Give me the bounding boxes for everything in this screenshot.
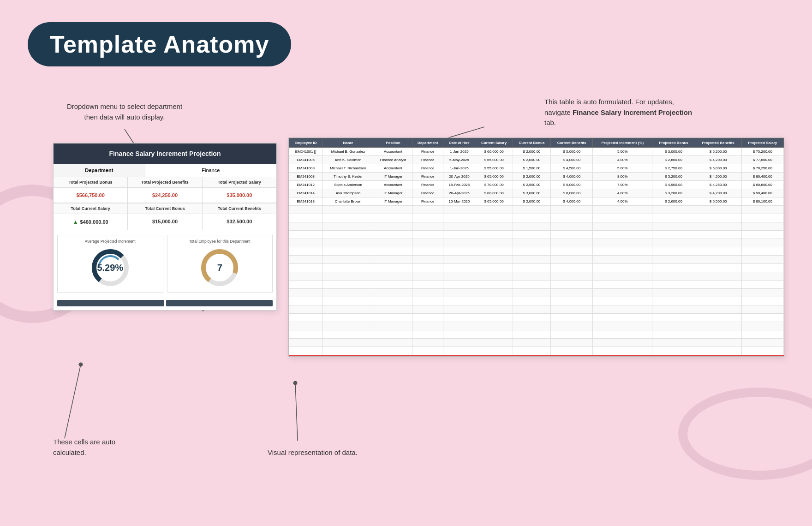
current-headers-row: Total Current Salary Total Current Bonus… [54, 203, 276, 214]
cell-0-5: $ 60,000.00 [475, 148, 513, 156]
cell-2-8: 5.00% [593, 164, 652, 173]
cell-3-5: $ 65,000.00 [475, 173, 513, 181]
proj-bonus-value: $566,750.00 [54, 188, 128, 203]
cell-1-3: Finance [412, 156, 443, 164]
table-empty-row [289, 222, 784, 231]
cell-5-4: 20-Apr-2025 [443, 189, 475, 197]
chart1-value: 5.29% [97, 263, 123, 273]
col-projected-bonus: Projected Bonus [652, 138, 695, 148]
table-header-row: Employee ID Name Position Department Dat… [289, 138, 784, 148]
cell-1-1: Ann K. Solomon [322, 156, 374, 164]
cell-6-11: $ 80,100.00 [741, 197, 783, 206]
col-projected-increment: Projected Increment (%) [593, 138, 652, 148]
col-current-salary: Current Salary [475, 138, 513, 148]
cell-0-8: 5.00% [593, 148, 652, 156]
cell-3-6: $ 2,000.00 [513, 173, 550, 181]
donut-chart-2: 7 [199, 247, 240, 288]
cell-5-1: Ava Thompson [322, 189, 374, 197]
cell-0-10: $ 5,200.00 [695, 148, 741, 156]
table-row: EM241001 []Michael B. GonzalezAccountant… [289, 148, 784, 156]
table-empty-row [289, 305, 784, 314]
cell-0-4: 1-Jan-2025 [443, 148, 475, 156]
cell-4-9: $ 4,900.00 [652, 181, 695, 189]
cell-5-8: 4.00% [593, 189, 652, 197]
cell-2-7: $ 4,500.00 [551, 164, 593, 173]
bottom-bar-2 [166, 300, 273, 306]
cell-0-3: Finance [412, 148, 443, 156]
proj-benefits-value: $24,250.00 [128, 188, 202, 203]
cell-6-9: $ 2,600.00 [652, 197, 695, 206]
cell-4-5: $ 70,000.00 [475, 181, 513, 189]
cell-1-6: $ 2,000.00 [513, 156, 550, 164]
cell-1-5: $ 65,000.00 [475, 156, 513, 164]
cell-3-9: $ 5,200.00 [652, 173, 695, 181]
proj-benefits-header: Total Projected Benefits [128, 177, 202, 187]
curr-bonus-header: Total Current Bonus [128, 203, 202, 214]
cell-3-2: IT Manager [374, 173, 412, 181]
left-preview-card: Finance Salary Increment Projection Depa… [53, 143, 277, 311]
annotation-bottom-right: Visual representation of data. [268, 448, 388, 458]
cell-0-11: $ 75,200.00 [741, 148, 783, 156]
donut-chart-1: 5.29% [90, 247, 131, 288]
cell-3-8: 8.00% [593, 173, 652, 181]
table-empty-row [289, 231, 784, 239]
table-row: EM241012Sophia AndersonAccountantFinance… [289, 181, 784, 189]
proj-salary-header: Total Projected Salary [203, 177, 276, 187]
table-empty-row [289, 322, 784, 330]
cell-4-6: $ 2,500.00 [513, 181, 550, 189]
svg-line-3 [65, 365, 81, 438]
curr-benefits-header: Total Current Benefits [203, 203, 276, 214]
table-empty-row [289, 272, 784, 281]
chart1-label: Average Projected Increment [85, 239, 136, 244]
dept-value: Finance [145, 164, 276, 177]
cell-2-2: Accountant [374, 164, 412, 173]
cell-3-1: Timothy S. Kesler [322, 173, 374, 181]
cell-2-1: Michael T. Richardson [322, 164, 374, 173]
curr-salary-value: ▲ $460,000.00 [54, 214, 128, 230]
dept-label: Department [54, 164, 145, 177]
cell-3-10: $ 4,200.00 [695, 173, 741, 181]
annotation-bottom-left: These cells are auto calculated. [53, 437, 145, 458]
cell-4-8: 7.00% [593, 181, 652, 189]
cell-1-10: $ 4,200.00 [695, 156, 741, 164]
current-values-row: ▲ $460,000.00 $15,000.00 $32,500.00 [54, 214, 276, 230]
cell-5-9: $ 3,200.00 [652, 189, 695, 197]
cell-3-3: Finance [412, 173, 443, 181]
col-employee-id: Employee ID [289, 138, 322, 148]
cell-2-5: $ 55,000.00 [475, 164, 513, 173]
cell-5-5: $ 80,000.00 [475, 189, 513, 197]
cell-6-0: EM241018 [289, 197, 322, 206]
cell-4-0: EM241012 [289, 181, 322, 189]
cell-3-4: 20-Apr-2025 [443, 173, 475, 181]
cell-3-0: EM241008 [289, 173, 322, 181]
preview-header: Finance Salary Increment Projection [54, 143, 276, 164]
table-row: EM241018Charlotte BrownIT ManagerFinance… [289, 197, 784, 206]
table-row: EM241014Ava ThompsonIT ManagerFinance20-… [289, 189, 784, 197]
cell-4-2: Accountant [374, 181, 412, 189]
cell-6-8: 4.00% [593, 197, 652, 206]
projected-values-row: $566,750.00 $24,250.00 $35,000.00 [54, 187, 276, 203]
cell-1-7: $ 4,000.00 [551, 156, 593, 164]
cell-6-2: IT Manager [374, 197, 412, 206]
cell-0-9: $ 3,000.00 [652, 148, 695, 156]
cell-4-11: $ 80,600.00 [741, 181, 783, 189]
cell-5-0: EM241014 [289, 189, 322, 197]
table-empty-row [289, 297, 784, 305]
cell-5-11: $ 90,400.00 [741, 189, 783, 197]
cell-1-8: 4.00% [593, 156, 652, 164]
col-name: Name [322, 138, 374, 148]
dept-row: Department Finance [54, 164, 276, 177]
cell-6-1: Charlotte Brown [322, 197, 374, 206]
svg-line-4 [295, 383, 298, 441]
annotation-top-right: This table is auto formulated. For updat… [544, 97, 701, 128]
projected-stats: Total Projected Bonus Total Projected Be… [54, 177, 276, 203]
annotation-top-left: Dropdown menu to select department then … [65, 102, 185, 122]
current-stats: Total Current Salary Total Current Bonus… [54, 203, 276, 230]
cell-5-2: IT Manager [374, 189, 412, 197]
cell-4-7: $ 5,000.00 [551, 181, 593, 189]
cell-6-3: Finance [412, 197, 443, 206]
cell-0-2: Accountant [374, 148, 412, 156]
cell-0-7: $ 5,000.00 [551, 148, 593, 156]
chart-total-employees: Total Employee for this Department 7 [167, 235, 273, 293]
cell-0-6: $ 2,000.00 [513, 148, 550, 156]
